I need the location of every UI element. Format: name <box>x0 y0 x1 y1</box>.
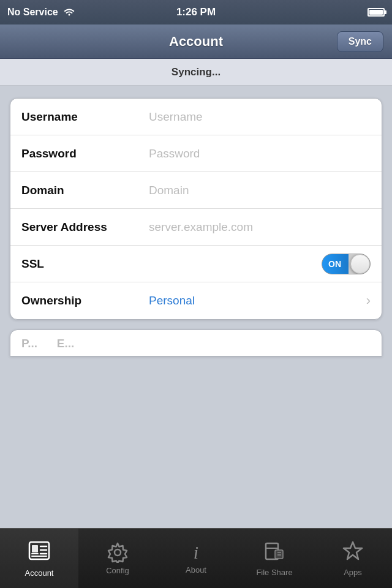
syncing-bar: Syncing... <box>0 59 392 86</box>
ownership-row[interactable]: Ownership Personal › <box>10 282 382 319</box>
server-address-row: Server Address <box>10 209 382 246</box>
wifi-icon <box>63 6 75 18</box>
tab-apps[interactable]: Apps <box>314 529 392 588</box>
password-row: Password <box>10 135 382 172</box>
svg-point-7 <box>115 549 121 556</box>
content-area: Username Password Domain Server Address … <box>0 86 392 366</box>
tab-about[interactable]: i About <box>157 529 235 588</box>
password-input[interactable] <box>144 147 371 160</box>
toggle-on-label: ON <box>328 259 341 269</box>
fileshare-icon <box>264 540 285 565</box>
domain-label: Domain <box>21 184 144 197</box>
tab-fileshare[interactable]: File Share <box>235 529 314 588</box>
sync-button[interactable]: Sync <box>337 31 383 52</box>
chevron-right-icon: › <box>366 293 371 309</box>
tab-bar: Account Config i About File Share <box>0 528 392 588</box>
info-icon: i <box>194 542 198 563</box>
ownership-label: Ownership <box>21 294 144 307</box>
carrier-text: No Service <box>7 7 58 18</box>
svg-rect-1 <box>32 545 38 552</box>
syncing-text: Syncing... <box>172 66 221 78</box>
svg-marker-13 <box>344 542 362 559</box>
tab-config-label: Config <box>106 566 129 575</box>
tab-account[interactable]: Account <box>0 529 78 588</box>
domain-input[interactable] <box>144 184 371 197</box>
tab-about-label: About <box>186 565 206 575</box>
partial-label: P... E... <box>21 337 74 350</box>
partial-card: P... E... <box>10 330 382 356</box>
tab-config[interactable]: Config <box>78 529 157 588</box>
domain-row: Domain <box>10 172 382 209</box>
username-label: Username <box>21 110 144 124</box>
status-bar: No Service 1:26 PM <box>0 0 392 24</box>
ssl-label: SSL <box>21 257 144 271</box>
gear-icon <box>107 541 129 564</box>
ssl-toggle[interactable]: ON <box>322 254 371 274</box>
toggle-thumb <box>350 254 370 274</box>
tab-fileshare-label: File Share <box>256 568 292 577</box>
account-icon <box>28 540 50 566</box>
form-card: Username Password Domain Server Address … <box>10 98 382 320</box>
time-display: 1:26 PM <box>176 6 216 18</box>
ssl-row: SSL ON <box>10 246 382 282</box>
star-icon <box>342 540 363 565</box>
battery-icon <box>368 8 385 17</box>
nav-bar: Account Sync <box>0 24 392 59</box>
server-address-label: Server Address <box>21 221 144 234</box>
password-label: Password <box>21 147 144 160</box>
svg-rect-10 <box>275 550 283 559</box>
username-row: Username <box>10 99 382 135</box>
tab-account-label: Account <box>25 568 54 578</box>
tab-apps-label: Apps <box>344 568 362 577</box>
nav-title: Account <box>169 34 223 50</box>
username-input[interactable] <box>144 110 371 124</box>
ownership-value: Personal <box>144 294 361 307</box>
server-address-input[interactable] <box>144 221 371 234</box>
